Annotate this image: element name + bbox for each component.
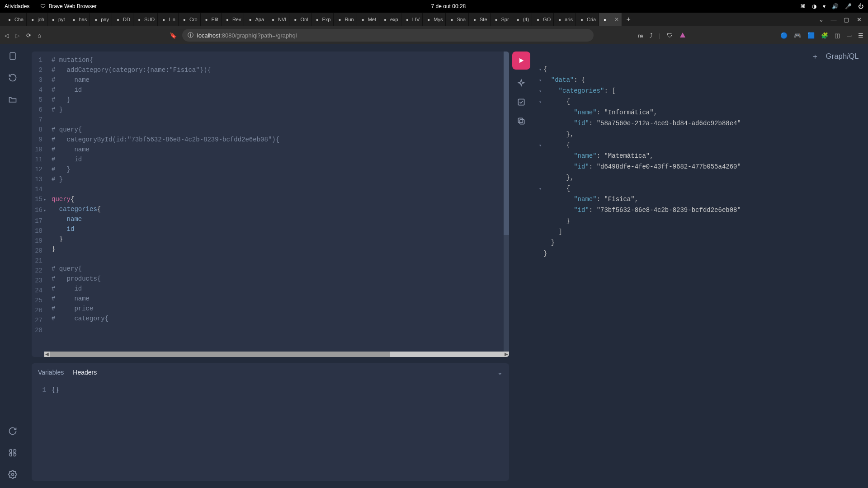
extensions-icon[interactable]: 🧩: [821, 32, 828, 39]
browser-tab[interactable]: ●DD: [112, 13, 133, 26]
chevron-down-icon[interactable]: ⌄: [497, 369, 503, 376]
browser-tab[interactable]: ●SUD: [133, 13, 158, 26]
browser-tab[interactable]: ●Apa: [244, 13, 267, 26]
browser-tab[interactable]: ●Cha: [4, 13, 27, 26]
docs-icon[interactable]: [7, 51, 18, 61]
scroll-left-icon[interactable]: ◀: [44, 352, 50, 357]
menu-icon[interactable]: ☰: [858, 32, 863, 39]
mic-icon[interactable]: 🎤: [845, 3, 852, 9]
share-icon[interactable]: ⤴: [650, 32, 653, 39]
sidebar-toggle-icon[interactable]: ◫: [835, 32, 840, 39]
browser-tab[interactable]: ●Ste: [469, 13, 491, 26]
tab-variables[interactable]: Variables: [38, 369, 64, 376]
discord-tray-icon[interactable]: ⌘: [800, 3, 806, 9]
browser-tab[interactable]: ●GO: [532, 13, 554, 26]
headers-editor[interactable]: 1 {}: [32, 381, 509, 481]
browser-tab[interactable]: ●Lin: [158, 13, 179, 26]
tab-label: Ste: [480, 17, 487, 22]
wifi-icon[interactable]: ▾: [823, 3, 826, 9]
svg-rect-1: [10, 53, 15, 60]
code-content[interactable]: {}: [49, 381, 509, 481]
home-icon[interactable]: ⌂: [38, 32, 41, 39]
browser-tab[interactable]: ●Rev: [222, 13, 245, 26]
browser-tab[interactable]: ●✕: [599, 13, 622, 26]
result-content[interactable]: ▾{▾ "data": {▾ "categories": [▾ { "name"…: [536, 64, 861, 481]
history-icon[interactable]: [7, 72, 18, 83]
site-info-icon[interactable]: ⓘ: [188, 31, 193, 39]
browser-tab[interactable]: ●Run: [334, 13, 357, 26]
browser-tab[interactable]: ●joh: [27, 13, 47, 26]
nav-back-icon[interactable]: ◁: [5, 32, 9, 39]
browser-tab[interactable]: ●LIV: [401, 13, 423, 26]
chevron-down-icon[interactable]: ⌄: [816, 16, 826, 23]
explorer-icon[interactable]: [7, 94, 18, 105]
tab-label: has: [79, 17, 87, 22]
refetch-icon[interactable]: [7, 426, 18, 436]
browser-tab[interactable]: ●NVI: [267, 13, 289, 26]
prettify-icon[interactable]: [516, 78, 527, 89]
copy-icon[interactable]: [516, 116, 527, 127]
new-tab-button[interactable]: +: [622, 15, 635, 23]
close-icon[interactable]: ✕: [614, 16, 619, 23]
tab-label: GO: [543, 17, 551, 22]
browser-tab[interactable]: ●Met: [357, 13, 379, 26]
browser-tab[interactable]: ●has: [68, 13, 90, 26]
clock[interactable]: 7 de out 00:28: [97, 3, 800, 9]
browser-tab[interactable]: ●Elit: [201, 13, 222, 26]
reload-icon[interactable]: ⟳: [26, 32, 31, 39]
brave-rewards-icon[interactable]: [679, 32, 686, 39]
volume-icon[interactable]: 🔊: [832, 3, 839, 9]
svg-marker-0: [680, 33, 685, 38]
bookmark-icon[interactable]: 🔖: [170, 32, 177, 39]
shortcuts-icon[interactable]: [7, 447, 18, 458]
favicon-icon: ●: [404, 16, 410, 23]
maximize-icon[interactable]: ▢: [842, 16, 851, 23]
address-bar[interactable]: ⓘ localhost:8080/graphiql?path=/graphql: [182, 29, 594, 42]
tray-icon[interactable]: ◑: [812, 3, 816, 9]
scrollbar-thumb[interactable]: [504, 52, 509, 235]
browser-tab[interactable]: ●exp: [379, 13, 401, 26]
execute-button[interactable]: [512, 52, 530, 70]
svg-rect-4: [518, 99, 524, 105]
minimize-icon[interactable]: —: [829, 16, 838, 23]
wallet-icon[interactable]: ▭: [846, 32, 852, 39]
favicon-icon: ●: [535, 16, 541, 23]
browser-tab[interactable]: ●pyt: [47, 13, 68, 26]
horizontal-scrollbar[interactable]: ◀ ▶: [50, 352, 504, 357]
browser-tab[interactable]: ●aris: [554, 13, 576, 26]
browser-tab[interactable]: ●Onl: [289, 13, 311, 26]
tab-headers[interactable]: Headers: [73, 369, 97, 376]
merge-icon[interactable]: [516, 97, 527, 108]
query-editor[interactable]: 1 2 3 4 5 6 7 8 9 10 11 12 13 14 15▾16▾1…: [32, 52, 509, 357]
scrollbar-thumb[interactable]: [50, 352, 390, 357]
tab-label: exp: [390, 17, 398, 22]
favicon-icon: ●: [493, 16, 500, 23]
close-icon[interactable]: ✕: [854, 16, 863, 23]
scroll-right-icon[interactable]: ▶: [504, 352, 509, 357]
browser-tab[interactable]: ●Mys: [423, 13, 446, 26]
ext-icon[interactable]: 🔵: [780, 32, 788, 39]
browser-tab[interactable]: ●(4): [512, 13, 532, 26]
ext-icon[interactable]: 🎮: [794, 32, 801, 39]
code-content[interactable]: # mutation{# addCategory(category:{name:…: [49, 52, 509, 357]
browser-tab[interactable]: ●Exp: [311, 13, 334, 26]
app-indicator[interactable]: 🛡 Brave Web Browser: [40, 3, 96, 9]
browser-tab[interactable]: ●Cria: [576, 13, 599, 26]
browser-tab[interactable]: ●Cro: [179, 13, 201, 26]
graphiql-logo: GraphiQL: [826, 52, 859, 61]
activities-label[interactable]: Atividades: [5, 3, 29, 9]
settings-icon[interactable]: [7, 469, 18, 480]
favicon-icon: ●: [360, 16, 366, 23]
browser-tab[interactable]: ●Spr: [491, 13, 512, 26]
ext-icon[interactable]: 🟦: [807, 32, 815, 39]
add-tab-icon[interactable]: ＋: [811, 52, 819, 61]
tab-label: Cha: [14, 17, 24, 22]
nav-forward-icon[interactable]: ▷: [15, 32, 20, 39]
power-icon[interactable]: ⏻: [858, 3, 863, 9]
browser-tab[interactable]: ●Sna: [446, 13, 469, 26]
translate-icon[interactable]: 🗛: [637, 32, 643, 39]
favicon-icon: ●: [448, 16, 455, 23]
vertical-scrollbar[interactable]: [504, 52, 509, 357]
brave-shield-icon[interactable]: 🛡: [667, 32, 673, 39]
browser-tab[interactable]: ●pay: [90, 13, 112, 26]
